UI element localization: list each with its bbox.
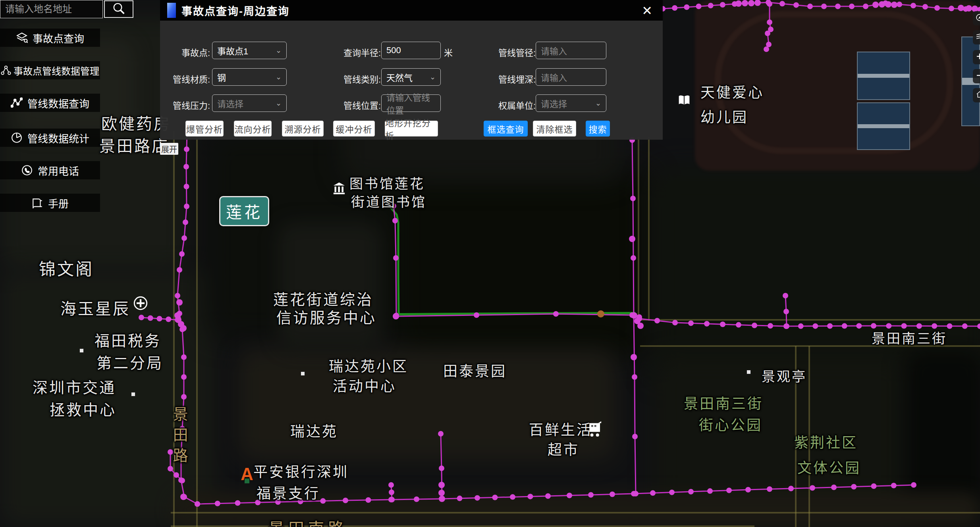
- square-marker: [131, 392, 135, 396]
- action-button-primary[interactable]: 搜索: [586, 121, 610, 137]
- square-marker: [79, 348, 84, 353]
- select-field[interactable]: 事故点1⌄: [212, 42, 287, 59]
- library-icon: [332, 181, 346, 197]
- cart-icon: [587, 421, 604, 440]
- analysis-button[interactable]: 地形开挖分析: [385, 121, 438, 137]
- field-placeholder: 请输入: [541, 44, 567, 57]
- input-field[interactable]: 500: [381, 42, 441, 59]
- map-place-label: 海玉星辰: [60, 296, 130, 319]
- stats-icon: [11, 132, 23, 144]
- map-place-label: 景田南三街: [684, 392, 763, 413]
- action-button[interactable]: 清除框选: [533, 121, 576, 137]
- close-icon[interactable]: ✕: [642, 3, 652, 18]
- input-field[interactable]: 请输入: [536, 68, 606, 86]
- map-place-label: 图书馆莲花: [349, 173, 425, 192]
- phone-icon: [21, 164, 33, 176]
- sidebar-item-6[interactable]: 手册: [0, 194, 100, 212]
- map-place-label: 景田南路: [268, 516, 348, 527]
- incident-query-dialog: 事故点查询-周边查询 ✕ 事故点:事故点1⌄查询半径:500米管线管径:请输入管…: [160, 0, 663, 140]
- field-label: 管线埋深:: [486, 72, 536, 85]
- action-button-primary[interactable]: 框选查询: [484, 121, 528, 137]
- pipeline-query-icon: [11, 97, 23, 109]
- app-window: 欧健药房景田路店图书馆莲花街道图书馆莲花街道综治信访服务中心瑞达苑小区活动中心田…: [0, 0, 980, 527]
- map-place-label: 福田税务: [95, 329, 161, 350]
- map-place-label: 百鲜生活: [529, 418, 592, 439]
- chevron-down-icon: ⌄: [276, 73, 282, 81]
- map-place-label: 景田南三街: [872, 328, 947, 347]
- sidebar-item-label: 事故点管线数据管理: [14, 63, 99, 77]
- sidebar-item-5[interactable]: 常用电话: [0, 161, 100, 179]
- square-marker: [301, 371, 305, 376]
- home-icon: [975, 90, 980, 100]
- expand-button[interactable]: 展开: [160, 143, 178, 155]
- input-field[interactable]: 请输入管线位置: [381, 94, 441, 112]
- field-value: 500: [386, 45, 401, 56]
- square-marker: [747, 370, 751, 374]
- analysis-button[interactable]: 流向分析: [234, 121, 272, 137]
- map-place-label: 幼儿园: [700, 106, 748, 126]
- zoom-in-icon: [975, 52, 980, 62]
- dialog-header: 事故点查询-周边查询 ✕: [160, 0, 663, 21]
- map-place-label: 深圳市交通: [33, 375, 116, 397]
- field-placeholder: 请输入: [541, 71, 567, 83]
- layers-stack-control-button[interactable]: [973, 30, 980, 44]
- home-control-button[interactable]: [973, 88, 980, 102]
- map-place-label: 天健爱心: [700, 81, 764, 102]
- zoom-out-icon: [975, 71, 980, 81]
- field-label: 管线类别:: [331, 72, 381, 85]
- search-input[interactable]: [0, 0, 103, 18]
- select-field[interactable]: 请选择⌄: [536, 94, 606, 112]
- field-placeholder: 请选择: [541, 97, 567, 110]
- map-place-label: 福景支行: [257, 482, 320, 502]
- field-placeholder: 请输入管线位置: [386, 90, 436, 116]
- map-place-label: 文体公园: [797, 456, 861, 477]
- map-place-label: 瑞达苑: [290, 420, 338, 440]
- sidebar-item-2[interactable]: 事故点管线数据管理: [0, 61, 100, 79]
- map-place-label: 街心公园: [699, 414, 762, 434]
- field-value: 事故点1: [217, 44, 248, 57]
- analysis-button[interactable]: 溯源分析: [282, 121, 324, 137]
- sidebar-item-4[interactable]: 管线数据统计: [0, 129, 100, 147]
- select-field[interactable]: 请选择⌄: [212, 94, 287, 112]
- map-place-label: 锦文阁: [39, 256, 94, 280]
- chevron-down-icon: ⌄: [276, 46, 282, 55]
- select-field[interactable]: 天然气⌄: [381, 68, 441, 86]
- field-label: 管线材质:: [160, 72, 210, 85]
- field-label: 管线压力:: [160, 98, 210, 111]
- zoom-in-control-button[interactable]: [973, 50, 980, 64]
- field-label: 管线管径:: [486, 46, 536, 58]
- unit-suffix: 米: [444, 46, 453, 58]
- sidebar-item-1[interactable]: 事故点查询: [0, 29, 100, 47]
- field-label: 事故点:: [160, 46, 210, 58]
- dialog-title-icon: [167, 3, 176, 18]
- sidebar-item-3[interactable]: 管线数据查询: [0, 94, 100, 112]
- road-name-badge: 莲花: [219, 196, 269, 226]
- field-placeholder: 请选择: [217, 97, 243, 110]
- compass-icon: [975, 13, 980, 23]
- analysis-button[interactable]: 爆管分析: [185, 121, 224, 137]
- map-place-label: 瑞达苑小区: [329, 355, 408, 375]
- sidebar-item-label: 事故点查询: [33, 31, 84, 45]
- map-place-label: 第二分局: [96, 351, 163, 373]
- map-place-label: 景观亭: [762, 366, 807, 385]
- select-field[interactable]: 钢⌄: [212, 68, 287, 86]
- field-label: 管线位置:: [331, 98, 381, 111]
- map-place-label: 超市: [548, 438, 579, 459]
- search-button[interactable]: [104, 0, 133, 18]
- compass-control-button[interactable]: [973, 11, 980, 25]
- analysis-button[interactable]: 缓冲分析: [333, 121, 375, 137]
- chevron-down-icon: ⌄: [595, 99, 601, 108]
- map-place-label: 活动中心: [333, 375, 396, 395]
- layers-stack-icon: [975, 32, 980, 42]
- pipeline-manage-icon: [1, 65, 11, 75]
- field-label: 查询半径:: [331, 46, 381, 58]
- manual-icon: [31, 197, 43, 209]
- search-icon: [112, 2, 125, 17]
- map-place-label: 平安银行深圳: [253, 460, 349, 481]
- zoom-out-control-button[interactable]: [973, 69, 980, 83]
- field-value: 天然气: [386, 71, 413, 83]
- map-place-label: 紫荆社区: [794, 431, 858, 452]
- input-field[interactable]: 请输入: [536, 42, 606, 59]
- sidebar-item-label: 手册: [48, 196, 69, 210]
- map-place-label: 拯救中心: [50, 398, 116, 419]
